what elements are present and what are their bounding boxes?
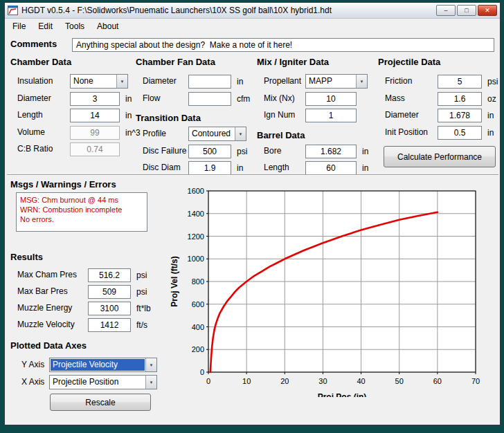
title-bar[interactable]: HGDT v0.5.4 - F:\Solidworks\Pnuematic La… bbox=[5, 3, 500, 19]
axes-section: Y Axis Projectile Velocity ▼ X Axis Proj… bbox=[10, 357, 159, 411]
cb-ratio-field: C:B Ratio bbox=[10, 141, 134, 158]
chamber-diameter-input[interactable] bbox=[70, 92, 120, 106]
ign-num-label: Ign Num bbox=[264, 110, 295, 120]
mass-input[interactable] bbox=[438, 92, 482, 106]
projectile-diameter-label: Diameter bbox=[385, 110, 419, 120]
menu-tools[interactable]: Tools bbox=[59, 19, 91, 34]
chamber-volume-field: Volume in^3 bbox=[10, 125, 134, 142]
bore-input[interactable] bbox=[305, 145, 357, 158]
fan-flow-field: Flow cfm bbox=[136, 91, 258, 108]
chamber-diameter-unit: in bbox=[125, 94, 132, 104]
menu-file[interactable]: File bbox=[6, 19, 32, 34]
barrel-length-input[interactable] bbox=[305, 161, 357, 175]
propellant-value: MAPP bbox=[307, 75, 355, 87]
muzzle-energy-field: Muzzle Energy ft*lb bbox=[10, 300, 157, 317]
projectile-diameter-field: Diameter in bbox=[378, 107, 500, 125]
disc-failure-input[interactable] bbox=[188, 145, 231, 158]
menu-edit[interactable]: Edit bbox=[32, 19, 59, 34]
max-cham-pres-unit: psi bbox=[136, 270, 147, 280]
muzzle-energy-label: Muzzle Energy bbox=[17, 303, 72, 313]
svg-text:30: 30 bbox=[318, 377, 327, 385]
disc-failure-label: Disc Failure bbox=[143, 146, 186, 156]
init-position-label: Init Position bbox=[385, 127, 428, 137]
x-axis-field: X Axis Projectile Position ▼ bbox=[10, 374, 159, 391]
barrel-data-heading: Barrel Data bbox=[257, 125, 379, 143]
close-button[interactable]: ✕ bbox=[478, 5, 497, 16]
chamber-length-input[interactable] bbox=[70, 109, 120, 122]
disc-failure-unit: psi bbox=[237, 147, 247, 156]
friction-label: Friction bbox=[385, 76, 412, 86]
svg-text:1200: 1200 bbox=[188, 232, 204, 241]
chevron-down-icon: ▼ bbox=[116, 75, 127, 88]
disc-diam-unit: in bbox=[237, 163, 243, 173]
calculate-performance-button[interactable]: Calculate Performance bbox=[384, 146, 496, 167]
profile-combobox[interactable]: Contoured ▼ bbox=[188, 127, 246, 141]
maximize-button[interactable]: □ bbox=[457, 5, 476, 16]
projectile-diameter-input[interactable] bbox=[438, 109, 482, 122]
cb-ratio-input bbox=[70, 142, 120, 156]
chamber-length-field: Length in bbox=[10, 107, 134, 125]
cb-ratio-label: C:B Ratio bbox=[17, 144, 53, 154]
close-icon: ✕ bbox=[485, 8, 490, 14]
mix-nx-input[interactable] bbox=[305, 92, 357, 106]
y-axis-label: Y Axis bbox=[21, 360, 44, 369]
menu-about[interactable]: About bbox=[91, 19, 125, 34]
chamber-diameter-field: Diameter in bbox=[10, 91, 134, 108]
insulation-combobox[interactable]: None ▼ bbox=[70, 74, 128, 89]
chamber-diameter-label: Diameter bbox=[17, 93, 51, 103]
projectile-data-section: Projectile Data Friction psi Mass oz Dia… bbox=[378, 57, 500, 167]
minimize-button[interactable]: – bbox=[436, 5, 456, 16]
plotted-data-axes-heading: Plotted Data Axes bbox=[10, 340, 87, 351]
svg-text:70: 70 bbox=[471, 377, 480, 385]
muzzle-velocity-value bbox=[88, 318, 131, 332]
comments-label: Comments bbox=[10, 39, 57, 49]
y-axis-combobox[interactable]: Projectile Velocity ▼ bbox=[49, 358, 157, 372]
ign-num-input[interactable] bbox=[305, 109, 357, 122]
chevron-down-icon: ▼ bbox=[145, 376, 156, 389]
init-position-input[interactable] bbox=[438, 126, 482, 140]
x-axis-combobox[interactable]: Projectile Position ▼ bbox=[49, 375, 157, 389]
max-bar-pres-label: Max Bar Pres bbox=[17, 286, 68, 296]
app-window: HGDT v0.5.4 - F:\Solidworks\Pnuematic La… bbox=[4, 2, 501, 425]
minimize-icon: – bbox=[444, 8, 447, 14]
chamber-volume-label: Volume bbox=[17, 127, 45, 137]
muzzle-velocity-unit: ft/s bbox=[136, 320, 147, 330]
muzzle-energy-value bbox=[88, 302, 131, 315]
mass-field: Mass oz bbox=[378, 91, 500, 108]
svg-text:0: 0 bbox=[200, 368, 204, 376]
fan-flow-unit: cfm bbox=[237, 94, 250, 104]
profile-value: Contoured bbox=[190, 128, 234, 140]
fan-diameter-input[interactable] bbox=[188, 75, 231, 89]
insulation-value: None bbox=[71, 75, 116, 87]
chamber-length-label: Length bbox=[17, 110, 43, 120]
svg-text:50: 50 bbox=[395, 377, 404, 385]
disc-diam-input[interactable] bbox=[188, 161, 231, 175]
profile-field: Profile Contoured ▼ bbox=[136, 126, 258, 143]
comments-input[interactable] bbox=[72, 38, 494, 52]
svg-text:200: 200 bbox=[192, 345, 204, 353]
mix-nx-label: Mix (Nx) bbox=[264, 93, 295, 103]
mix-igniter-data-heading: Mix / Igniter Data bbox=[257, 57, 379, 73]
svg-text:10: 10 bbox=[242, 377, 251, 385]
fan-diameter-unit: in bbox=[237, 77, 243, 86]
performance-chart: 0102030405060700200400600800100012001400… bbox=[167, 181, 487, 397]
propellant-combobox[interactable]: MAPP ▼ bbox=[305, 74, 368, 89]
svg-text:400: 400 bbox=[192, 323, 204, 331]
menu-bar: File Edit Tools About bbox=[5, 19, 500, 34]
chamber-length-unit: in bbox=[125, 111, 132, 120]
max-bar-pres-value bbox=[88, 285, 131, 299]
rescale-button[interactable]: Rescale bbox=[50, 394, 151, 411]
fan-diameter-label: Diameter bbox=[143, 76, 177, 86]
friction-input[interactable] bbox=[438, 75, 482, 89]
projectile-diameter-unit: in bbox=[487, 111, 494, 120]
propellant-label: Propellant bbox=[264, 76, 301, 86]
chamber-data-section: Chamber Data Insulation None ▼ Diameter … bbox=[10, 57, 134, 158]
maximize-icon: □ bbox=[465, 8, 468, 14]
section-divider bbox=[7, 174, 498, 176]
fan-flow-label: Flow bbox=[143, 93, 160, 103]
chamber-data-heading: Chamber Data bbox=[10, 57, 134, 73]
mix-nx-field: Mix (Nx) bbox=[257, 91, 379, 108]
messages-heading: Msgs / Warnings / Errors bbox=[10, 179, 116, 190]
disc-failure-field: Disc Failure psi bbox=[136, 143, 258, 160]
fan-flow-input[interactable] bbox=[188, 92, 231, 106]
